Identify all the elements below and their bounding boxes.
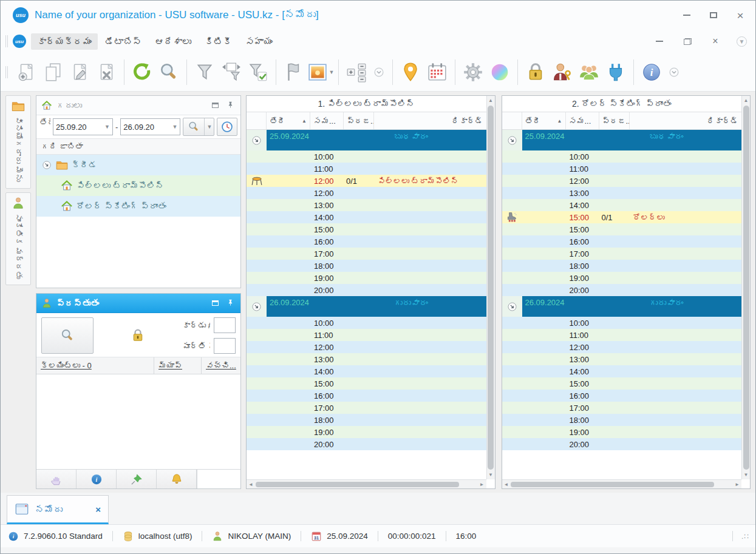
time-column-header[interactable]: సమ... bbox=[566, 112, 599, 129]
time-slot-row[interactable]: 19:00 bbox=[502, 426, 742, 438]
filter-window-button[interactable] bbox=[218, 58, 245, 87]
map-pin-button[interactable] bbox=[397, 58, 424, 87]
vertical-scrollbar[interactable]: ▲▼ bbox=[741, 96, 750, 479]
rooms-panel-pin-button[interactable] bbox=[225, 100, 236, 111]
time-slot-row[interactable]: 18:00 bbox=[247, 414, 486, 426]
delete-record-button[interactable] bbox=[93, 58, 120, 87]
integrations-button[interactable] bbox=[602, 58, 629, 87]
horizontal-scrollbar[interactable]: ◄► bbox=[247, 479, 486, 488]
day-group-row[interactable]: 25.09.2024బుధవారం bbox=[502, 130, 742, 150]
tab-close-icon[interactable]: × bbox=[95, 504, 101, 515]
time-slot-row[interactable]: 18:00 bbox=[502, 260, 742, 272]
client-search-button[interactable] bbox=[41, 317, 94, 354]
scrollbar-thumb[interactable] bbox=[743, 106, 749, 470]
time-slot-row[interactable]: 11:00 bbox=[247, 163, 486, 175]
time-slot-row[interactable]: 10:00 bbox=[247, 317, 486, 329]
close-button[interactable]: × bbox=[734, 8, 747, 22]
time-slot-row[interactable]: 19:00 bbox=[247, 272, 486, 284]
time-slot-row[interactable]: 13:00 bbox=[502, 353, 742, 365]
edit-record-button[interactable] bbox=[66, 58, 93, 87]
time-slot-row[interactable]: 18:00 bbox=[247, 260, 486, 272]
maximize-button[interactable] bbox=[707, 8, 720, 22]
hand-button[interactable] bbox=[36, 470, 77, 488]
menu-item-4[interactable]: సహాయం bbox=[239, 33, 279, 50]
mdi-close-button[interactable]: × bbox=[709, 35, 722, 48]
menu-item-2[interactable]: ఆదేశాలు bbox=[149, 33, 197, 50]
people-column-header[interactable]: ప్రజ... bbox=[599, 112, 630, 129]
time-column-header[interactable]: సమ... bbox=[310, 112, 344, 129]
date-from-select[interactable]: 25.09.20 ▼ bbox=[53, 118, 113, 135]
about-button[interactable]: i bbox=[638, 58, 665, 87]
full-name-input[interactable] bbox=[214, 338, 236, 354]
sidebar-tab-tech-support[interactable]: సాంకేతిక మద్దతు bbox=[5, 192, 31, 286]
image-gallery-button[interactable]: ▼ bbox=[307, 58, 334, 87]
time-slot-row[interactable]: 20:00 bbox=[502, 284, 742, 296]
resize-grip[interactable]: .∷ bbox=[729, 531, 749, 541]
scrollbar-thumb[interactable] bbox=[256, 482, 459, 487]
time-slot-row[interactable]: 12:00 bbox=[247, 341, 486, 353]
time-slot-row[interactable]: 15:00 bbox=[502, 377, 742, 390]
clients-table-body[interactable] bbox=[36, 374, 240, 469]
time-slot-row[interactable]: 19:00 bbox=[502, 272, 742, 284]
time-slot-row[interactable]: 18:00 bbox=[502, 414, 742, 426]
copy-record-button[interactable] bbox=[39, 58, 66, 87]
menu-item-0[interactable]: కార్యక్రమం bbox=[31, 33, 98, 50]
toolbar-overflow-button[interactable] bbox=[370, 58, 388, 87]
time-slot-row[interactable]: 20:00 bbox=[502, 438, 742, 450]
search-button[interactable] bbox=[155, 58, 182, 87]
menu-item-1[interactable]: డేటాబేస్ bbox=[99, 33, 148, 50]
time-slot-row[interactable]: 17:00 bbox=[502, 248, 742, 260]
record-column-header[interactable]: రికార్డ్ bbox=[374, 112, 486, 129]
time-slot-row[interactable]: 17:00 bbox=[247, 248, 486, 260]
scroll-down-icon[interactable]: ▼ bbox=[488, 471, 493, 479]
tree-item-1[interactable]: పిల్లలు ట్రామ్పొలిన్ bbox=[36, 175, 240, 196]
time-slot-row[interactable]: 17:00 bbox=[502, 402, 742, 414]
user-permissions-button[interactable] bbox=[549, 58, 576, 87]
notify-button[interactable] bbox=[157, 470, 197, 488]
time-slot-row[interactable]: 11:00 bbox=[502, 163, 742, 175]
day-group-row[interactable]: 26.09.2024గురువారం bbox=[502, 296, 742, 317]
users-button[interactable] bbox=[576, 58, 602, 87]
time-slot-row[interactable]: 12:00 bbox=[502, 341, 742, 353]
scrollbar-thumb[interactable] bbox=[488, 106, 494, 470]
card-number-input[interactable] bbox=[214, 317, 236, 333]
current-panel-maximize-button[interactable] bbox=[209, 298, 220, 309]
time-slot-row[interactable]: 16:00 bbox=[247, 235, 486, 248]
menu-item-3[interactable]: కిటికీ bbox=[199, 33, 238, 50]
scroll-down-icon[interactable]: ▼ bbox=[744, 471, 749, 479]
collapse-icon[interactable] bbox=[41, 160, 52, 171]
chevron-down-icon[interactable]: ▼ bbox=[204, 118, 214, 135]
lock-button[interactable] bbox=[522, 58, 549, 87]
time-slot-row[interactable]: 13:00 bbox=[247, 353, 486, 365]
schedule-clock-button[interactable] bbox=[217, 118, 237, 136]
quick-input[interactable] bbox=[197, 470, 240, 488]
time-slot-row[interactable]: 10:00 bbox=[247, 150, 486, 163]
menu-logo-icon[interactable]: usu bbox=[13, 35, 26, 48]
scroll-up-icon[interactable]: ▲ bbox=[744, 96, 749, 104]
new-record-button[interactable] bbox=[13, 58, 39, 87]
time-slot-row[interactable]: 13:00 bbox=[502, 187, 742, 199]
lock-indicator[interactable] bbox=[97, 328, 179, 343]
toolbar-overflow-button[interactable] bbox=[665, 58, 683, 87]
clients-column-header-0[interactable]: క్లయింట్లు - 0 bbox=[36, 357, 154, 374]
time-slot-row[interactable]: 16:00 bbox=[247, 390, 486, 402]
rooms-panel-maximize-button[interactable] bbox=[209, 100, 220, 111]
vertical-scrollbar[interactable]: ▲▼ bbox=[486, 96, 495, 479]
chevron-down-icon[interactable]: ▼ bbox=[329, 69, 335, 75]
minimize-button[interactable] bbox=[680, 8, 693, 22]
time-slot-row[interactable]: 11:00 bbox=[247, 329, 486, 341]
horizontal-scrollbar[interactable]: ◄► bbox=[502, 479, 742, 488]
settings-button[interactable] bbox=[460, 58, 486, 87]
scroll-right-icon[interactable]: ► bbox=[480, 482, 485, 487]
time-slot-row[interactable]: 11:00 bbox=[502, 329, 742, 341]
time-slot-row[interactable]: 19:00 bbox=[247, 426, 486, 438]
time-slot-row[interactable]: 20:00 bbox=[247, 284, 486, 296]
scroll-up-icon[interactable]: ▲ bbox=[488, 96, 493, 104]
group-collapse-cell[interactable] bbox=[247, 296, 267, 317]
tab-registration[interactable]: నమోదు × bbox=[7, 495, 109, 524]
group-collapse-cell[interactable] bbox=[247, 130, 267, 150]
date-column-header[interactable]: తేదీ▲ bbox=[267, 112, 310, 129]
tree-item-2[interactable]: రోలర్ స్కేటింగ్ ప్రాంతం bbox=[36, 196, 240, 217]
scroll-left-icon[interactable]: ◄ bbox=[504, 482, 509, 487]
mdi-restore-button[interactable] bbox=[681, 35, 694, 48]
